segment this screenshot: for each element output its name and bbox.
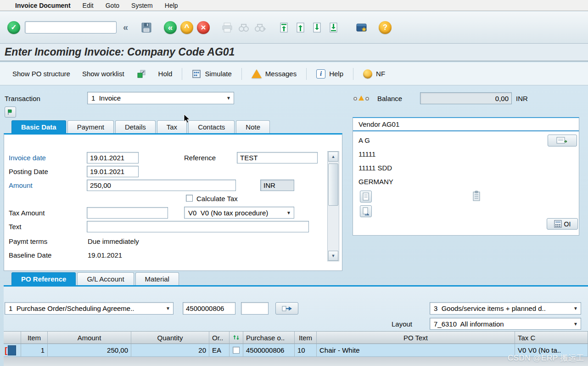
- help-app-button[interactable]: i Help: [310, 67, 349, 81]
- header-tax-code[interactable]: Tax C: [515, 331, 588, 344]
- scrollbar-thumb[interactable]: [328, 163, 338, 206]
- watermark: CSDN @ERP 搬运工: [508, 353, 584, 363]
- hold-button[interactable]: Hold: [152, 67, 179, 80]
- row-selector[interactable]: [: [4, 344, 21, 357]
- help-button[interactable]: ?: [377, 19, 393, 36]
- create-shortcut-button[interactable]: [353, 19, 370, 36]
- vendor-panel: Vendor AG01 A G 11111 11111 SDD GERMANY: [353, 117, 579, 236]
- header-flag-column[interactable]: [230, 331, 243, 344]
- header-po-item[interactable]: Item: [295, 331, 317, 344]
- lead-selection-bracket: [: [5, 346, 7, 355]
- balance-status-icon: [353, 96, 369, 101]
- header-item[interactable]: Item: [21, 331, 48, 344]
- tab-po-reference[interactable]: PO Reference: [11, 272, 76, 285]
- basic-data-scrollbar[interactable]: ▲ ▼: [327, 151, 339, 261]
- balance-value: 0,00: [495, 95, 509, 102]
- currency-field[interactable]: INR: [260, 180, 294, 191]
- posting-date-field[interactable]: 19.01.2021: [87, 166, 139, 177]
- show-po-structure-button[interactable]: Show PO structure: [6, 67, 76, 80]
- scroll-up-icon[interactable]: ▲: [328, 152, 338, 162]
- cell-amount[interactable]: 250,00: [48, 344, 131, 357]
- adopt-button[interactable]: [275, 302, 298, 315]
- menu-edit[interactable]: Edit: [77, 2, 100, 9]
- last-page-button[interactable]: [325, 19, 342, 36]
- save-button[interactable]: [138, 19, 155, 36]
- tax-amount-field[interactable]: [87, 207, 168, 219]
- oi-button[interactable]: OI: [547, 218, 578, 230]
- chevron-down-icon: ▼: [226, 96, 231, 101]
- cell-po-text[interactable]: Chair - White: [317, 344, 515, 357]
- messages-button[interactable]: Messages: [246, 67, 302, 81]
- enter-button[interactable]: ✓: [6, 19, 22, 36]
- po-number-field[interactable]: 4500000806: [183, 302, 235, 315]
- cell-purchase-order[interactable]: 4500000806: [243, 344, 295, 357]
- cell-order-unit[interactable]: EA: [209, 344, 230, 357]
- cell-flag[interactable]: [230, 344, 243, 357]
- menu-system[interactable]: System: [125, 2, 159, 9]
- po-number-value: 4500000806: [186, 304, 224, 312]
- clipboard-button[interactable]: [472, 191, 481, 203]
- cell-po-item[interactable]: 10: [295, 344, 317, 357]
- tax-code-select[interactable]: V0 V0 (No tax procedure) ▼: [184, 207, 294, 219]
- menu-invoice-document[interactable]: Invoice Document: [9, 2, 77, 9]
- collapse-command-icon[interactable]: «: [120, 22, 131, 33]
- vendor-address-button[interactable]: [548, 135, 577, 146]
- next-page-button[interactable]: [309, 19, 325, 36]
- amount-field[interactable]: 250,00: [87, 180, 236, 191]
- display-vendor-button[interactable]: [360, 191, 372, 203]
- menu-goto[interactable]: Goto: [100, 2, 125, 9]
- po-item-field[interactable]: [241, 302, 269, 315]
- tab-tax[interactable]: Tax: [157, 120, 187, 133]
- tree-expand-icon: [7, 108, 14, 116]
- scroll-down-icon[interactable]: ▼: [328, 251, 338, 261]
- transaction-select[interactable]: 1 Invoice ▼: [87, 92, 234, 104]
- info-icon: i: [316, 69, 325, 79]
- tax-code-value: V0 V0 (No tax procedure): [188, 209, 285, 217]
- cell-quantity[interactable]: 20: [131, 344, 209, 357]
- menu-help[interactable]: Help: [159, 2, 184, 9]
- amount-label: Amount: [9, 181, 33, 189]
- nf-button[interactable]: NF: [357, 67, 391, 81]
- command-input[interactable]: [25, 21, 117, 34]
- cell-item[interactable]: 1: [21, 344, 48, 357]
- cancel-button[interactable]: ×: [195, 19, 212, 36]
- invoice-date-field[interactable]: 19.01.2021: [87, 152, 139, 163]
- header-quantity[interactable]: Quantity: [131, 331, 209, 344]
- layout-select[interactable]: 7_6310 All information ▼: [430, 318, 581, 330]
- back-glyph: «: [168, 23, 173, 32]
- show-worklist-button[interactable]: Show worklist: [76, 67, 130, 80]
- po-type-select[interactable]: 1 Purchase Order/Scheduling Agreeme.. ▼: [5, 302, 174, 315]
- exit-button[interactable]: ^: [179, 19, 195, 36]
- reference-label: Reference: [184, 154, 216, 162]
- assignment-button[interactable]: [130, 66, 152, 82]
- balance-currency: INR: [516, 95, 528, 102]
- tab-contacts[interactable]: Contacts: [188, 120, 235, 133]
- reference-field[interactable]: TEST: [237, 152, 318, 163]
- header-purchase-order[interactable]: Purchase o..: [243, 331, 295, 344]
- header-selector[interactable]: [4, 331, 21, 344]
- row-checkbox[interactable]: [233, 347, 240, 354]
- header-tree-button[interactable]: [5, 107, 16, 118]
- goods-filter-select[interactable]: 3 Goods/service items + planned d.. ▼: [430, 302, 581, 315]
- back-button[interactable]: «: [162, 19, 179, 36]
- calculate-tax-checkbox[interactable]: [186, 195, 193, 202]
- chevron-down-icon: ▼: [573, 306, 578, 311]
- header-po-text[interactable]: PO Text: [317, 331, 515, 344]
- title-bar: Enter Incoming Invoice: Company Code AG0…: [0, 44, 588, 62]
- tab-material[interactable]: Material: [135, 272, 179, 285]
- text-field[interactable]: [87, 221, 309, 232]
- chevron-down-icon: ▼: [573, 321, 578, 327]
- vendor-list-button[interactable]: [360, 205, 372, 217]
- tab-details[interactable]: Details: [115, 120, 156, 133]
- previous-page-button[interactable]: [292, 19, 309, 36]
- posting-date-value: 19.01.2021: [90, 168, 124, 175]
- tab-basic-data[interactable]: Basic Data: [11, 120, 66, 133]
- tab-payment[interactable]: Payment: [67, 120, 114, 133]
- tab-gl-account[interactable]: G/L Account: [77, 272, 134, 285]
- tab-note[interactable]: Note: [236, 120, 270, 133]
- table-row[interactable]: [ 1 250,00 20 EA 4500000806 10 Chair - W…: [4, 344, 588, 357]
- simulate-button[interactable]: Simulate: [186, 67, 237, 81]
- header-amount[interactable]: Amount: [48, 331, 131, 344]
- first-page-button[interactable]: [276, 19, 292, 36]
- header-order-unit[interactable]: Or..: [209, 331, 230, 344]
